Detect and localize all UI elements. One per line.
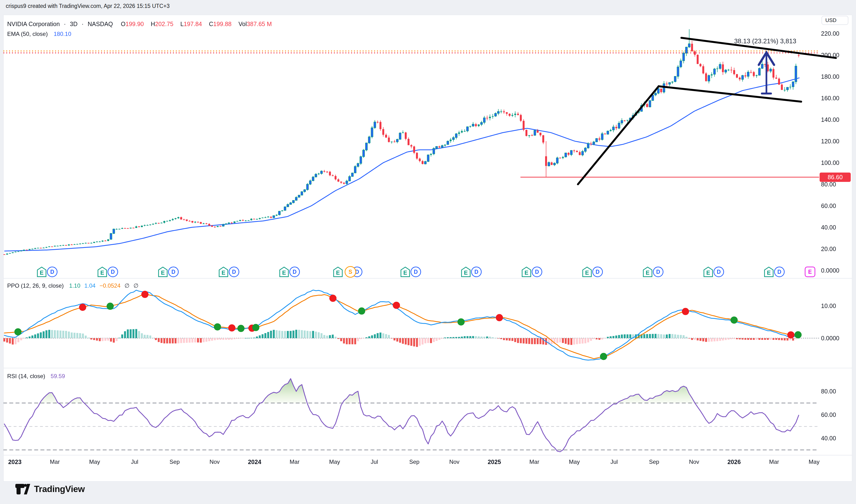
separator-dot: ·	[64, 21, 66, 27]
svg-text:E: E	[646, 269, 649, 276]
time-month-label[interactable]: Nov	[689, 458, 699, 465]
dividend-badge[interactable]: D	[229, 267, 239, 277]
open-value: 199.90	[125, 21, 144, 27]
svg-text:E: E	[767, 269, 771, 276]
tradingview-logo-text: TradingView	[34, 484, 85, 494]
earnings-badge[interactable]: E	[37, 267, 47, 277]
ppo-line-value: 1.04	[84, 282, 95, 289]
time-month-label[interactable]: Jul	[611, 458, 618, 465]
dividend-badge[interactable]: D	[653, 267, 663, 277]
dividend-badge[interactable]: D	[774, 267, 785, 277]
earnings-badge[interactable]: E	[219, 267, 228, 277]
time-month-label[interactable]: May	[89, 458, 100, 465]
low-label: L	[180, 21, 184, 27]
price-tick-label: 120.00	[821, 138, 839, 145]
time-month-label[interactable]: Nov	[210, 458, 220, 465]
close-label: C	[209, 21, 213, 27]
dividend-badge[interactable]: D	[410, 267, 421, 277]
ppo-tick-label: 0.0000	[821, 335, 839, 342]
dividend-badge[interactable]: D	[592, 267, 603, 277]
ppo-legend[interactable]: PPO (12, 26, 9, close) 1.10 1.04 −0.0524…	[7, 282, 141, 289]
open-label: O	[121, 21, 125, 27]
chart-canvas[interactable]	[0, 0, 856, 504]
time-month-label[interactable]: Jul	[371, 458, 378, 465]
svg-text:E: E	[282, 269, 286, 276]
tradingview-screenshot: crispus9 created with TradingView.com, A…	[0, 0, 856, 504]
earnings-badge[interactable]: E	[333, 267, 343, 277]
volume-label: Vol	[239, 21, 247, 27]
split-badge[interactable]: S	[345, 266, 356, 277]
earnings-badge[interactable]: E	[98, 267, 107, 277]
currency-chip[interactable]: USD	[822, 16, 848, 25]
interval-label[interactable]: 3D	[70, 21, 77, 27]
dividend-badge[interactable]: D	[714, 267, 724, 277]
dividend-badge[interactable]: D	[532, 267, 542, 277]
ema-value: 180.10	[54, 31, 71, 37]
dividend-badge[interactable]: D	[289, 267, 300, 277]
rsi-tick-label: 80.00	[821, 388, 836, 395]
time-year-label[interactable]: 2025	[488, 458, 501, 466]
ppo-empty-icon: ∅	[125, 282, 129, 289]
earnings-badge[interactable]: E	[582, 267, 592, 277]
earnings-badge[interactable]: E	[461, 267, 471, 277]
earnings-badge[interactable]: E	[522, 267, 531, 277]
time-month-label[interactable]: May	[329, 458, 340, 465]
time-month-label[interactable]: Nov	[449, 458, 460, 465]
price-tick-label: 100.00	[821, 159, 839, 166]
symbol-legend[interactable]: NVIDIA Corporation · 3D · NASDAQ O199.90…	[7, 21, 274, 28]
svg-text:E: E	[464, 269, 468, 276]
svg-text:E: E	[161, 269, 165, 276]
earnings-badge[interactable]: E	[400, 267, 410, 277]
ppo-label: PPO (12, 26, 9, close)	[7, 282, 64, 289]
earnings-badge[interactable]: E	[643, 267, 652, 277]
price-tick-label: 140.00	[821, 116, 839, 123]
time-year-label[interactable]: 2024	[248, 458, 261, 466]
time-month-label[interactable]: Sep	[409, 458, 420, 465]
time-month-label[interactable]: May	[569, 458, 580, 465]
time-month-label[interactable]: Mar	[50, 458, 59, 465]
ppo-empty-icon: ∅	[134, 282, 138, 289]
earnings-badge[interactable]: E	[279, 267, 289, 277]
tradingview-logo-icon	[15, 484, 30, 494]
rsi-legend[interactable]: RSI (14, close) 59.59	[7, 373, 67, 380]
rsi-tick-label: 60.00	[821, 411, 836, 418]
high-value: 202.75	[155, 21, 173, 27]
dividend-badge[interactable]: D	[471, 267, 482, 277]
time-month-label[interactable]: Jul	[131, 458, 138, 465]
panel-divider[interactable]	[3, 278, 852, 278]
dividend-badge[interactable]: D	[47, 267, 57, 277]
rsi-tick-label: 40.00	[821, 435, 836, 442]
svg-text:E: E	[525, 269, 528, 276]
time-year-label[interactable]: 2026	[728, 458, 741, 466]
price-tick-label: 160.00	[821, 95, 839, 102]
svg-text:E: E	[336, 269, 340, 276]
measure-annotation[interactable]: 38.13 (23.21%) 3,813	[734, 38, 797, 45]
tradingview-logo[interactable]: TradingView	[15, 484, 85, 494]
time-month-label[interactable]: Mar	[529, 458, 539, 465]
price-tick-label: 20.00	[821, 246, 836, 252]
time-month-label[interactable]: Mar	[290, 458, 299, 465]
time-year-label[interactable]: 2023	[8, 458, 21, 466]
price-level-badge[interactable]: 86.60	[820, 173, 851, 182]
panel-divider[interactable]	[3, 455, 852, 455]
upcoming-earnings-badge[interactable]: E	[805, 267, 815, 277]
svg-text:E: E	[585, 269, 589, 276]
dividend-badge[interactable]: D	[168, 267, 179, 277]
close-value: 199.88	[213, 21, 231, 27]
ppo-tick-label: 10.00	[821, 303, 836, 309]
time-month-label[interactable]: May	[808, 458, 819, 465]
price-tick-label: 60.00	[821, 202, 836, 210]
time-month-label[interactable]: Sep	[649, 458, 659, 465]
earnings-badge[interactable]: E	[703, 267, 713, 277]
earnings-badge[interactable]: E	[158, 267, 168, 277]
price-tick-label: 0.0000	[821, 267, 839, 274]
ema-legend[interactable]: EMA (50, close) 180.10	[7, 31, 73, 37]
volume-value: 387.65 M	[247, 21, 272, 27]
svg-text:E: E	[706, 269, 710, 276]
price-tick-label: 80.00	[821, 181, 836, 188]
dividend-badge[interactable]: D	[107, 267, 118, 277]
panel-divider[interactable]	[3, 368, 852, 368]
earnings-badge[interactable]: E	[764, 267, 774, 277]
time-month-label[interactable]: Sep	[170, 458, 180, 465]
time-month-label[interactable]: Mar	[769, 458, 779, 465]
